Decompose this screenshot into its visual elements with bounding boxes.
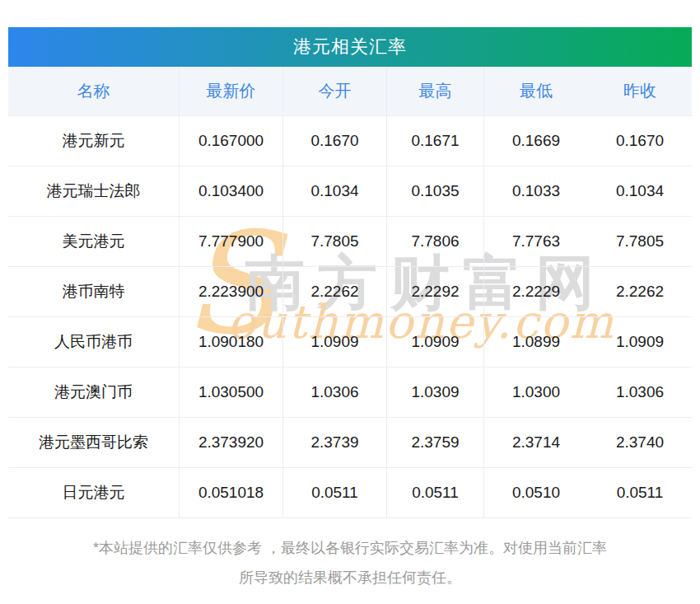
latest-price: 1.090180 (180, 317, 283, 367)
high-price: 0.0511 (387, 468, 484, 517)
pair-name: 港元澳门币 (8, 368, 180, 417)
header-prev-close: 昨收 (588, 67, 692, 115)
open-price: 0.1670 (283, 116, 387, 166)
header-low: 最低 (484, 67, 588, 115)
pair-name: 港币南特 (8, 267, 180, 316)
open-price: 2.2262 (283, 267, 387, 316)
prev-close-price: 0.1034 (588, 166, 692, 216)
prev-close-price: 1.0909 (588, 317, 692, 367)
prev-close-price: 2.3740 (588, 418, 692, 467)
high-price: 2.3759 (387, 418, 484, 467)
pair-name: 人民币港币 (8, 317, 180, 367)
header-latest: 最新价 (180, 67, 283, 115)
disclaimer-line-2: 所导致的结果概不承担任何责任。 (0, 563, 700, 592)
page: S 南方财富网 outhmoney.com 港元相关汇率 名称 最新价 今开 最… (0, 0, 700, 604)
latest-price: 0.051018 (180, 468, 283, 517)
table-row: 港元新元 0.167000 0.1670 0.1671 0.1669 0.167… (8, 116, 692, 166)
table-row: 美元港元 7.777900 7.7805 7.7806 7.7763 7.780… (8, 217, 692, 267)
high-price: 1.0909 (387, 317, 484, 367)
disclaimer: *本站提供的汇率仅供参考 ，最终以各银行实际交易汇率为准。对使用当前汇率 所导致… (0, 533, 700, 592)
low-price: 1.0899 (484, 317, 588, 367)
latest-price: 1.030500 (180, 368, 283, 417)
low-price: 2.2229 (484, 267, 588, 316)
header-open: 今开 (283, 67, 387, 115)
page-title: 港元相关汇率 (293, 35, 407, 59)
prev-close-price: 1.0306 (588, 368, 692, 417)
pair-name: 日元港元 (8, 468, 180, 517)
table-row: 日元港元 0.051018 0.0511 0.0511 0.0510 0.051… (8, 468, 692, 518)
table-row: 港元瑞士法郎 0.103400 0.1034 0.1035 0.1033 0.1… (8, 166, 692, 217)
open-price: 1.0909 (283, 317, 387, 367)
open-price: 2.3739 (283, 418, 387, 467)
high-price: 7.7806 (387, 217, 484, 266)
table-header-row: 名称 最新价 今开 最高 最低 昨收 (8, 67, 692, 116)
pair-name: 美元港元 (8, 217, 180, 266)
table-title-bar: 港元相关汇率 (8, 27, 692, 67)
header-name: 名称 (8, 67, 180, 115)
pair-name: 港元墨西哥比索 (8, 418, 180, 467)
low-price: 0.0510 (484, 468, 588, 517)
rates-table: 港元相关汇率 名称 最新价 今开 最高 最低 昨收 港元新元 0.167000 … (8, 27, 692, 518)
table-row: 人民币港币 1.090180 1.0909 1.0909 1.0899 1.09… (8, 317, 692, 368)
high-price: 0.1671 (387, 116, 484, 166)
header-high: 最高 (387, 67, 484, 115)
table-row: 港币南特 2.223900 2.2262 2.2292 2.2229 2.226… (8, 267, 692, 317)
latest-price: 2.223900 (180, 267, 283, 316)
pair-name: 港元新元 (8, 116, 180, 166)
prev-close-price: 0.1670 (588, 116, 692, 166)
latest-price: 2.373920 (180, 418, 283, 467)
prev-close-price: 0.0511 (588, 468, 692, 517)
open-price: 0.0511 (283, 468, 387, 517)
low-price: 1.0300 (484, 368, 588, 417)
latest-price: 7.777900 (180, 217, 283, 266)
low-price: 0.1669 (484, 116, 588, 166)
pair-name: 港元瑞士法郎 (8, 166, 180, 216)
disclaimer-line-1: *本站提供的汇率仅供参考 ，最终以各银行实际交易汇率为准。对使用当前汇率 (0, 533, 700, 563)
open-price: 0.1034 (283, 166, 387, 216)
high-price: 0.1035 (387, 166, 484, 216)
table-row: 港元澳门币 1.030500 1.0306 1.0309 1.0300 1.03… (8, 368, 692, 418)
low-price: 2.3714 (484, 418, 588, 467)
prev-close-price: 2.2262 (588, 267, 692, 316)
low-price: 7.7763 (484, 217, 588, 266)
open-price: 7.7805 (283, 217, 387, 266)
prev-close-price: 7.7805 (588, 217, 692, 266)
high-price: 2.2292 (387, 267, 484, 316)
table-row: 港元墨西哥比索 2.373920 2.3739 2.3759 2.3714 2.… (8, 418, 692, 468)
open-price: 1.0306 (283, 368, 387, 417)
high-price: 1.0309 (387, 368, 484, 417)
low-price: 0.1033 (484, 166, 588, 216)
latest-price: 0.167000 (180, 116, 283, 166)
latest-price: 0.103400 (180, 166, 283, 216)
